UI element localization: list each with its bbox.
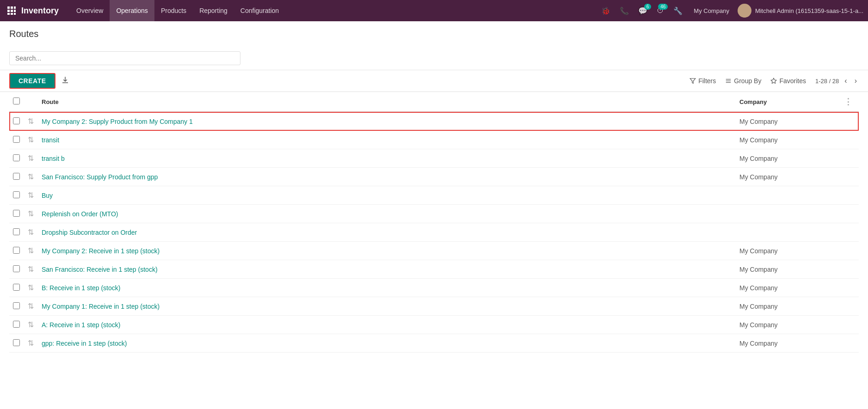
row-company: My Company [736, 279, 837, 297]
svg-rect-7 [11, 13, 13, 15]
row-checkbox[interactable] [13, 117, 20, 124]
nav-products[interactable]: Products [154, 0, 193, 21]
row-route[interactable]: transit b [38, 149, 736, 168]
row-drag-handle[interactable]: ⇅ [24, 279, 38, 297]
group-by-button[interactable]: Group By [725, 77, 761, 85]
column-more-icon[interactable]: ⋮ [841, 96, 855, 107]
pagination-prev[interactable]: ‹ [843, 76, 849, 86]
row-drag-handle[interactable]: ⇅ [24, 260, 38, 279]
row-drag-handle[interactable]: ⇅ [24, 186, 38, 205]
nav-reporting[interactable]: Reporting [193, 0, 234, 21]
grid-icon[interactable] [5, 4, 18, 18]
row-checkbox[interactable] [13, 191, 20, 198]
row-more-cell [837, 260, 859, 279]
username-display[interactable]: Mitchell Admin (16151359-saas-15-1-a... [755, 7, 863, 14]
row-drag-handle[interactable]: ⇅ [24, 223, 38, 242]
row-checkbox[interactable] [13, 321, 20, 328]
wrench-icon[interactable]: 🔧 [671, 5, 685, 17]
row-more-cell [837, 205, 859, 223]
download-icon[interactable] [61, 76, 69, 86]
row-drag-handle[interactable]: ⇅ [24, 334, 38, 353]
chat-icon[interactable]: 💬 6 [635, 5, 650, 17]
row-route[interactable]: My Company 2: Supply Product from My Com… [38, 112, 736, 131]
row-route[interactable]: Dropship Subcontractor on Order [38, 223, 736, 242]
filters-button[interactable]: Filters [689, 77, 716, 85]
pagination-next[interactable]: › [853, 76, 859, 86]
row-drag-handle[interactable]: ⇅ [24, 242, 38, 260]
row-checkbox-cell [9, 149, 24, 168]
svg-marker-15 [771, 78, 777, 83]
app-brand[interactable]: Inventory [21, 6, 59, 16]
row-checkbox[interactable] [13, 210, 20, 217]
table-row: ⇅ Dropship Subcontractor on Order [9, 223, 859, 242]
row-drag-handle[interactable]: ⇅ [24, 316, 38, 334]
row-checkbox-cell [9, 186, 24, 205]
row-checkbox[interactable] [13, 154, 20, 161]
row-checkbox[interactable] [13, 284, 20, 291]
row-more-cell [837, 242, 859, 260]
row-route[interactable]: San Francisco: Receive in 1 step (stock) [38, 260, 736, 279]
row-checkbox[interactable] [13, 136, 20, 143]
header-drag-cell [24, 92, 38, 112]
row-route[interactable]: transit [38, 131, 736, 149]
row-checkbox-cell [9, 168, 24, 186]
search-input[interactable] [9, 51, 240, 65]
row-checkbox[interactable] [13, 265, 20, 272]
svg-rect-2 [14, 6, 16, 9]
phone-icon[interactable]: 📞 [617, 5, 632, 17]
header-route[interactable]: Route [38, 92, 736, 112]
row-company: My Company [736, 316, 837, 334]
create-button[interactable]: CREATE [9, 73, 55, 89]
svg-rect-4 [11, 10, 13, 12]
row-more-cell [837, 131, 859, 149]
nav-overview[interactable]: Overview [70, 0, 110, 21]
row-checkbox[interactable] [13, 247, 20, 254]
table-row: ⇅ A: Receive in 1 step (stock) My Compan… [9, 316, 859, 334]
row-route[interactable]: A: Receive in 1 step (stock) [38, 316, 736, 334]
row-company: My Company [736, 242, 837, 260]
row-checkbox[interactable] [13, 302, 20, 309]
row-drag-handle[interactable]: ⇅ [24, 112, 38, 131]
row-route[interactable]: Replenish on Order (MTO) [38, 205, 736, 223]
toolbar-right: Filters Group By Favorites 1-28 / 28 ‹ › [689, 76, 859, 86]
row-route[interactable]: gpp: Receive in 1 step (stock) [38, 334, 736, 353]
routes-table: Route Company ⋮ ⇅ My Company 2: Supply P… [9, 92, 859, 353]
row-more-cell [837, 223, 859, 242]
bug-icon[interactable]: 🐞 [598, 5, 613, 17]
row-drag-handle[interactable]: ⇅ [24, 131, 38, 149]
toolbar: CREATE Filters Group By Favorites 1-28 /… [0, 70, 868, 92]
row-checkbox[interactable] [13, 339, 20, 346]
row-route[interactable]: My Company 1: Receive in 1 step (stock) [38, 297, 736, 316]
pagination-range: 1-28 / 28 [815, 78, 839, 85]
row-route[interactable]: B: Receive in 1 step (stock) [38, 279, 736, 297]
row-drag-handle[interactable]: ⇅ [24, 205, 38, 223]
row-route[interactable]: My Company 2: Receive in 1 step (stock) [38, 242, 736, 260]
row-checkbox[interactable] [13, 228, 20, 235]
row-route[interactable]: San Francisco: Supply Product from gpp [38, 168, 736, 186]
row-company: My Company [736, 334, 837, 353]
table-row: ⇅ transit b My Company [9, 149, 859, 168]
row-drag-handle[interactable]: ⇅ [24, 297, 38, 316]
favorites-button[interactable]: Favorites [770, 77, 806, 85]
row-drag-handle[interactable]: ⇅ [24, 149, 38, 168]
table-row: ⇅ San Francisco: Supply Product from gpp… [9, 168, 859, 186]
nav-operations[interactable]: Operations [110, 0, 154, 21]
row-route[interactable]: Buy [38, 186, 736, 205]
row-checkbox[interactable] [13, 173, 20, 180]
header-company-label: Company [739, 98, 767, 105]
row-drag-handle[interactable]: ⇅ [24, 168, 38, 186]
table-header-row: Route Company ⋮ [9, 92, 859, 112]
company-selector[interactable]: My Company [689, 7, 734, 14]
header-company[interactable]: Company [736, 92, 837, 112]
clock-icon[interactable]: ⏱ 46 [654, 5, 667, 17]
table-row: ⇅ gpp: Receive in 1 step (stock) My Comp… [9, 334, 859, 353]
svg-rect-3 [7, 10, 10, 12]
row-checkbox-cell [9, 260, 24, 279]
table-container: Route Company ⋮ ⇅ My Company 2: Supply P… [0, 92, 868, 353]
nav-configuration[interactable]: Configuration [234, 0, 285, 21]
select-all-checkbox[interactable] [13, 98, 20, 104]
row-company: My Company [736, 131, 837, 149]
table-row: ⇅ San Francisco: Receive in 1 step (stoc… [9, 260, 859, 279]
svg-rect-6 [7, 13, 10, 15]
user-avatar[interactable] [738, 4, 751, 18]
